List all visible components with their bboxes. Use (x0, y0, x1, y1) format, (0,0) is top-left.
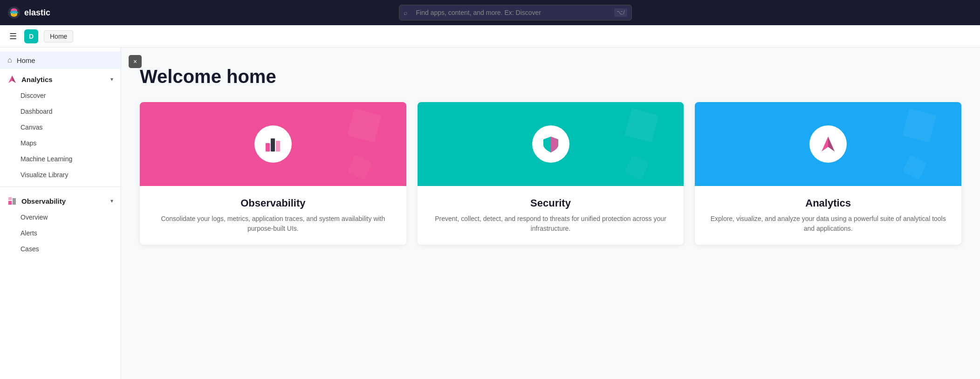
observability-section-icon (7, 196, 17, 206)
observability-card-title: Observability (151, 197, 395, 209)
secondbar: ☰ D Home (0, 25, 980, 48)
elastic-logo-wrap: elastic (7, 6, 50, 19)
search-icon: ⌕ (404, 9, 407, 16)
svg-rect-11 (271, 138, 275, 152)
search-shortcut-badge: ⌥/ (614, 8, 627, 17)
topbar: elastic ⌕ ⌥/ (0, 0, 980, 25)
elastic-logo-text: elastic (24, 8, 50, 18)
security-card-banner (418, 102, 684, 186)
sidebar-section-observability[interactable]: Observability ▾ (0, 191, 121, 209)
sidebar-divider (0, 186, 121, 187)
search-bar: ⌕ ⌥/ (399, 5, 632, 21)
svg-rect-8 (13, 198, 16, 205)
card-deco-2 (347, 155, 372, 179)
security-card-title: Security (429, 197, 673, 209)
analytics-card-body: Analytics Explore, visualize, and analyz… (695, 186, 961, 245)
main-layout: ⌂ Home Analytics ▾ Discover Dashboard Ca… (0, 48, 980, 379)
sidebar-item-canvas[interactable]: Canvas (0, 119, 121, 135)
analytics-card-deco-2 (902, 155, 927, 179)
sidebar-item-cases[interactable]: Cases (0, 241, 121, 257)
close-button[interactable]: × (129, 55, 142, 68)
svg-rect-7 (8, 201, 12, 205)
sidebar-item-machine-learning[interactable]: Machine Learning (0, 151, 121, 167)
card-deco-1 (347, 108, 381, 142)
analytics-chevron-icon: ▾ (110, 76, 113, 83)
sidebar-home-label: Home (17, 56, 35, 64)
observability-card-desc: Consolidate your logs, metrics, applicat… (151, 214, 395, 234)
security-card-deco-2 (625, 155, 650, 179)
observability-section-title: Observability (21, 197, 66, 205)
analytics-section-icon (7, 75, 17, 84)
svg-marker-14 (828, 137, 835, 152)
home-breadcrumb-button[interactable]: Home (44, 30, 73, 42)
analytics-card-banner (695, 102, 961, 186)
observability-chevron-icon: ▾ (110, 198, 113, 204)
menu-toggle-button[interactable]: ☰ (7, 29, 19, 43)
observability-card-icon (254, 125, 292, 163)
sidebar-item-home[interactable]: ⌂ Home (0, 51, 121, 69)
security-card-desc: Prevent, collect, detect, and respond to… (429, 214, 673, 234)
security-card[interactable]: Security Prevent, collect, detect, and r… (418, 102, 684, 245)
security-card-deco-1 (625, 108, 659, 142)
svg-rect-10 (266, 143, 270, 152)
analytics-section-title: Analytics (21, 76, 53, 83)
main-content: × Welcome home (121, 48, 980, 379)
home-icon: ⌂ (7, 56, 12, 64)
sidebar-item-dashboard[interactable]: Dashboard (0, 103, 121, 119)
sidebar-item-maps[interactable]: Maps (0, 135, 121, 151)
user-avatar[interactable]: D (24, 29, 38, 43)
analytics-card-icon (809, 125, 847, 163)
feature-cards-row: Observability Consolidate your logs, met… (140, 102, 961, 245)
sidebar-item-alerts[interactable]: Alerts (0, 225, 121, 241)
security-card-body: Security Prevent, collect, detect, and r… (418, 186, 684, 245)
observability-card-body: Observability Consolidate your logs, met… (140, 186, 406, 245)
observability-card[interactable]: Observability Consolidate your logs, met… (140, 102, 406, 245)
sidebar: ⌂ Home Analytics ▾ Discover Dashboard Ca… (0, 48, 121, 379)
svg-rect-9 (8, 197, 12, 200)
sidebar-section-analytics[interactable]: Analytics ▾ (0, 69, 121, 88)
search-input[interactable] (399, 5, 632, 21)
analytics-card-desc: Explore, visualize, and analyze your dat… (706, 214, 950, 234)
welcome-title: Welcome home (140, 66, 961, 87)
observability-card-banner (140, 102, 406, 186)
svg-point-4 (12, 11, 16, 14)
elastic-logo-icon (7, 6, 21, 19)
security-card-icon (532, 125, 569, 163)
sidebar-item-overview[interactable]: Overview (0, 209, 121, 225)
analytics-card[interactable]: Analytics Explore, visualize, and analyz… (695, 102, 961, 245)
svg-marker-6 (12, 76, 16, 83)
svg-rect-12 (276, 141, 280, 152)
analytics-card-title: Analytics (706, 197, 950, 209)
sidebar-item-visualize-library[interactable]: Visualize Library (0, 167, 121, 183)
analytics-card-deco-1 (902, 108, 936, 142)
sidebar-item-discover[interactable]: Discover (0, 88, 121, 103)
